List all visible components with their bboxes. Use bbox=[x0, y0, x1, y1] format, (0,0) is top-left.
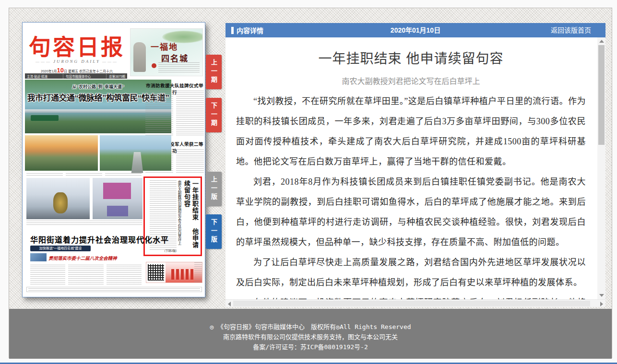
text-sim bbox=[28, 288, 200, 291]
article-paragraph: 为了让后白草坪尽快走上高质量发展之路，刘君结合国内外先进地区草坪发展状况以及后白… bbox=[236, 252, 586, 293]
scroll-right-arrow-icon[interactable] bbox=[600, 302, 603, 306]
text-sim bbox=[68, 265, 103, 285]
snow-caption-sim bbox=[26, 221, 142, 225]
scroll-down-arrow-icon[interactable] bbox=[599, 294, 604, 297]
text-sim bbox=[176, 149, 204, 173]
page-footer: ◎ 《句容日报》句容市融媒体中心 版权所有◎All Rights Reserve… bbox=[9, 309, 612, 359]
article-subtitle: 南农大副教授刘君把论文写在后白草坪上 bbox=[236, 75, 586, 86]
bottom-subhead-1: 加快推进“一福地四名城”建设 bbox=[30, 246, 91, 251]
photo-caption-sim bbox=[26, 173, 142, 176]
text-sim bbox=[105, 173, 142, 176]
article-paragraph: 刘君，2018年8月作为科技镇长团成员来到后白镇挂职任镇党委副书记。他是南农大草… bbox=[236, 172, 586, 252]
scroll-left-arrow-icon[interactable] bbox=[228, 302, 231, 306]
bottom-subhead-2: 贯彻落实市委十二届八次全会精神 bbox=[48, 255, 159, 261]
newspaper-masthead-title: 句容日报 bbox=[26, 29, 127, 61]
snow-scene-photo-2 bbox=[93, 178, 142, 219]
back-to-page-link[interactable]: 返回该版首页 bbox=[551, 23, 591, 37]
ad-fine-print-sim bbox=[158, 62, 200, 74]
footer-icp-license: 备案/许可证号：苏ICP备08019192号-2 bbox=[9, 342, 612, 352]
reader-header: 内容详情 2020年01月10日 返回该版首页 bbox=[225, 23, 605, 37]
ad-seal-graphic bbox=[152, 63, 156, 68]
newspaper-slogan-bar: 主流·贴近·精准 句容市融媒体中心 总第3875期 bbox=[25, 73, 127, 79]
horizontal-scroll-thumb[interactable] bbox=[233, 301, 590, 306]
scroll-up-arrow-icon[interactable] bbox=[599, 40, 604, 43]
country-road-photo bbox=[100, 135, 171, 171]
highlight-article-title: 一年挂职结束 他申请续留句容 bbox=[183, 180, 199, 252]
text-sim bbox=[107, 265, 142, 285]
article-body: “找刘教授，不在研究所就在草坪田里。”这是后白镇草坪种植户平日里的流行语。作为挂… bbox=[236, 91, 586, 299]
newspaper-thumbnail[interactable]: 句容日报 JURONG DAILY 2020年1月10日 星期五 农历己亥年十二… bbox=[22, 22, 205, 297]
reader-header-date: 2020年01月10日 bbox=[225, 23, 605, 37]
vertical-scrollbar[interactable] bbox=[597, 37, 605, 299]
article-title: 一年挂职结束 他申请续留句容 bbox=[236, 48, 586, 67]
footer-tech-support: 南京路特软件有限公司仅提供技术服务支持，图文与本公司无关 bbox=[9, 332, 612, 342]
footer-copyright: ◎ 《句容日报》句容市融媒体中心 版权所有◎All Rights Reserve… bbox=[9, 322, 612, 332]
text-sim bbox=[145, 91, 173, 137]
article-paragraph: 在他的建议下，投资数百万元的南农大草坪研究院落户后白，刘君担任副院长。他将研究院… bbox=[236, 293, 586, 299]
ad-slogan-line1: 一福地 bbox=[151, 40, 178, 52]
prev-issue-button[interactable]: 上一期 bbox=[206, 55, 222, 89]
vertical-scroll-thumb[interactable] bbox=[598, 45, 605, 145]
newspaper-date-line: 2020年1月10日 星期五 农历己亥年十二月十六 bbox=[26, 67, 127, 74]
sunset-landscape-photo bbox=[25, 135, 98, 171]
text-sim bbox=[26, 173, 63, 176]
highlight-article-subtitle: 南农大副教授刘君把论文写在后白草坪上 bbox=[177, 180, 182, 253]
date-suffix: 日 星期五 农历己亥年十二月十六 bbox=[64, 70, 113, 73]
bottom-text-sim bbox=[30, 265, 142, 285]
date-prefix: 2020年1月 bbox=[41, 70, 57, 73]
date-day: 10 bbox=[57, 67, 64, 74]
right-column-text-sim bbox=[145, 91, 204, 137]
text-sim bbox=[176, 91, 204, 137]
text-sim bbox=[30, 265, 65, 285]
bottom-small-photo bbox=[30, 253, 47, 261]
text-sim bbox=[66, 173, 102, 176]
article-reader-panel: 内容详情 2020年01月10日 返回该版首页 一年挂职结束 他申请续留句容 南… bbox=[225, 23, 605, 307]
page: ◎ 《句容日报》句容市融媒体中心 版权所有◎All Rights Reserve… bbox=[0, 0, 617, 364]
article-paragraph: “找刘教授，不在研究所就在草坪田里。”这是后白镇草坪种植户平日里的流行语。作为挂… bbox=[236, 91, 586, 172]
credits-sim bbox=[194, 262, 202, 283]
slogan-text: 主流·贴近·精准 bbox=[27, 74, 47, 79]
prev-page-button[interactable]: 上一版 bbox=[206, 172, 222, 206]
ad-statue-graphic bbox=[133, 42, 146, 72]
masthead-ad-banner: 一福地 四名城 bbox=[130, 28, 203, 76]
jump-to-page-note: (下转2版) bbox=[165, 248, 177, 253]
next-issue-button[interactable]: 下一期 bbox=[206, 98, 222, 132]
snow-scene-photo-1 bbox=[26, 178, 90, 219]
photo-caption-tag bbox=[31, 115, 59, 121]
organizer-text: 句容市融媒体中心 bbox=[63, 74, 91, 79]
article-content: 一年挂职结束 他申请续留句容 南农大副教授刘君把论文写在后白草坪上 “找刘教授，… bbox=[225, 37, 597, 299]
qr-code bbox=[148, 264, 164, 281]
bottom-headline[interactable]: 华阳街道着力提升社会治理现代化水平 bbox=[30, 234, 169, 245]
publisher-info-bar bbox=[26, 287, 202, 292]
newspaper-masthead-english: JURONG DAILY bbox=[31, 59, 122, 64]
issue-number: 总第3875期 bbox=[106, 74, 125, 79]
horizontal-scrollbar[interactable] bbox=[225, 299, 605, 307]
next-page-button[interactable]: 下一版 bbox=[206, 214, 222, 249]
